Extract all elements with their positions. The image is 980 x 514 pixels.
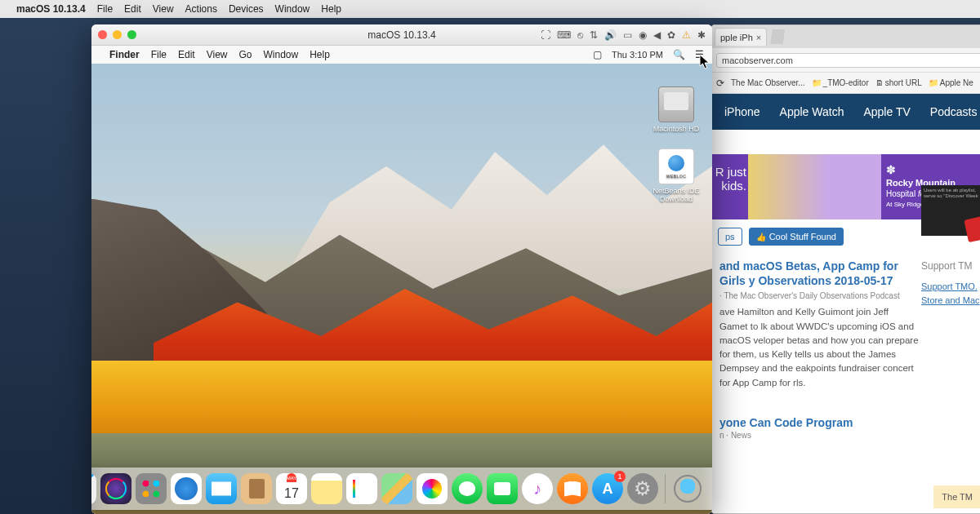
dock-notes[interactable] — [311, 473, 342, 504]
guest-desktop[interactable]: Macintosh HD WEBLOC NetBeans IDE Downloa… — [91, 64, 712, 514]
article1-title[interactable]: and macOS Betas, App Camp for Girls y Ob… — [719, 259, 919, 288]
appstore-badge: 1 — [614, 471, 626, 482]
cal-month: MAY — [287, 473, 297, 482]
dock-siri[interactable] — [100, 473, 131, 504]
bookmark-tmo-editor[interactable]: _TMO-editor — [812, 78, 869, 87]
vm-titlebar[interactable]: macOS 10.13.4 ⛶ ⌨ ⎋ ⇅ 🔊 ▭ ◉ ◀ ✿ ⚠ ✱ — [91, 24, 712, 46]
host-menu-file[interactable]: File — [97, 3, 113, 15]
macintosh-hd-icon[interactable]: Macintosh HD — [647, 86, 706, 133]
article-2: yone Can Code Program n · News — [711, 398, 980, 440]
harddrive-icon — [658, 86, 694, 122]
guest-menubar: Finder File Edit View Go Window Help ▢ T… — [91, 46, 712, 64]
dock-itunes[interactable] — [522, 473, 553, 504]
reload-icon[interactable]: ⟳ — [716, 78, 724, 89]
nav-applewatch[interactable]: Apple Watch — [780, 105, 844, 118]
bookmark-shorturl[interactable]: short URL — [875, 78, 922, 87]
article1-body: ave Hamilton and Kelly Guimont join Jeff… — [719, 305, 919, 390]
dock-photos[interactable] — [416, 473, 448, 504]
browser-tab[interactable]: pple iPh × — [715, 28, 767, 46]
host-menu-view[interactable]: View — [153, 3, 174, 15]
host-menubar: macOS 10.13.4 File Edit View Actions Dev… — [0, 0, 980, 18]
site-sidebar: Users will be ab playlist, serve so "Dis… — [921, 185, 980, 307]
nav-iphone[interactable]: iPhone — [724, 105, 760, 118]
dock-mail[interactable] — [206, 473, 237, 504]
support-link2[interactable]: Store and Mac — [921, 294, 980, 308]
thumb-icon — [756, 232, 766, 241]
ad-image — [748, 154, 881, 219]
dock-maps[interactable] — [381, 473, 412, 504]
dock-safari[interactable] — [171, 473, 202, 504]
bookmark-observer[interactable]: The Mac Observer... — [731, 78, 805, 87]
hd-label: Macintosh HD — [647, 125, 706, 133]
browser-addressbar: macobserver.com — [711, 48, 980, 73]
dock: MAY 17 1 — [91, 467, 712, 510]
dock-separator — [665, 474, 666, 503]
browser-window: pple iPh × macobserver.com ⟳ The Mac Obs… — [710, 24, 980, 514]
dock-downloads[interactable] — [672, 473, 703, 504]
dock-launchpad[interactable] — [136, 473, 167, 504]
spotlight-icon[interactable]: 🔍 — [673, 49, 685, 60]
guest-menu-go[interactable]: Go — [239, 49, 252, 60]
dock-calendar[interactable]: MAY 17 — [276, 473, 307, 504]
cal-day: 17 — [284, 482, 299, 504]
guest-menu-view[interactable]: View — [207, 49, 228, 60]
airplay-icon[interactable]: ▢ — [593, 49, 602, 60]
guest-menu-help[interactable]: Help — [310, 49, 330, 60]
bookmark-applene[interactable]: Apple Ne — [929, 78, 973, 87]
site-nav: iPhone Apple Watch Apple TV Podcasts LOG… — [711, 94, 980, 130]
dock-sysprefs[interactable] — [627, 473, 658, 504]
vm-title: macOS 10.13.4 — [91, 29, 712, 41]
dock-contacts[interactable] — [241, 473, 272, 504]
dock-finder[interactable] — [91, 473, 96, 504]
dock-appstore[interactable]: 1 — [592, 473, 623, 504]
guest-status-area: ▢ Thu 3:10 PM 🔍 ☰ — [593, 49, 704, 60]
dock-reminders[interactable] — [346, 473, 377, 504]
browser-tabstrip: pple iPh × — [711, 25, 980, 48]
article2-meta: n · News — [719, 431, 979, 440]
cursor-icon — [699, 54, 710, 70]
video-thumb[interactable]: Users will be ab playlist, serve so "Dis… — [921, 185, 980, 236]
clock[interactable]: Thu 3:10 PM — [612, 50, 663, 60]
article1-meta: · The Mac Observer's Daily Observations … — [719, 291, 919, 300]
host-menu-actions[interactable]: Actions — [185, 3, 217, 15]
host-menu-window[interactable]: Window — [275, 3, 310, 15]
host-menu-edit[interactable]: Edit — [124, 3, 141, 15]
dock-facetime[interactable] — [487, 473, 518, 504]
tab-close-icon[interactable]: × — [756, 33, 761, 42]
cool-stuff-button[interactable]: Cool Stuff Found — [749, 228, 844, 246]
bookmarks-bar: ⟳ The Mac Observer... _TMO-editor short … — [711, 73, 980, 94]
cta-box[interactable]: The TM — [933, 485, 980, 508]
host-menu-help[interactable]: Help — [321, 3, 341, 15]
guest-menu-file[interactable]: File — [151, 49, 167, 60]
nav-podcasts[interactable]: Podcasts — [930, 105, 978, 118]
ad-left-text: R just kids. — [711, 154, 748, 219]
guest-menu-edit[interactable]: Edit — [178, 49, 195, 60]
tips-button[interactable]: ps — [718, 228, 742, 246]
webloc-icon: WEBLOC — [658, 148, 694, 184]
webloc-label: NetBeans IDE Download — [647, 187, 706, 203]
tab-title: pple iPh — [720, 33, 753, 42]
host-menu-devices[interactable]: Devices — [229, 3, 264, 15]
guest-app-name[interactable]: Finder — [109, 49, 140, 60]
article2-title[interactable]: yone Can Code Program — [719, 416, 979, 429]
vm-window: macOS 10.13.4 ⛶ ⌨ ⎋ ⇅ 🔊 ▭ ◉ ◀ ✿ ⚠ ✱ Find… — [91, 24, 712, 514]
guest-menu-window[interactable]: Window — [264, 49, 299, 60]
dock-ibooks[interactable] — [557, 473, 588, 504]
support-heading: Support TM — [921, 260, 980, 272]
new-tab-button[interactable] — [770, 29, 785, 44]
soon-badge — [964, 216, 980, 242]
nav-appletv[interactable]: Apple TV — [863, 105, 910, 118]
support-link1[interactable]: Support TMO. — [921, 280, 980, 294]
dock-trash[interactable] — [707, 473, 712, 504]
dock-messages[interactable] — [452, 473, 483, 504]
host-app-title[interactable]: macOS 10.13.4 — [16, 3, 86, 15]
url-field[interactable]: macobserver.com — [716, 53, 980, 68]
netbeans-webloc-icon[interactable]: WEBLOC NetBeans IDE Download — [647, 148, 706, 203]
